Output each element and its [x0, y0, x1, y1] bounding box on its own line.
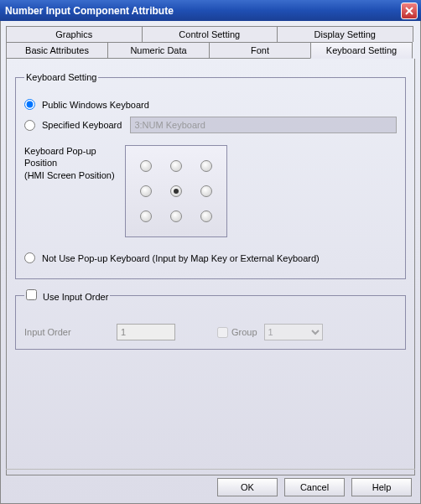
input-order-row: Input Order Group 1	[24, 324, 397, 340]
tab-row-1: Graphics Control Setting Display Setting	[6, 26, 415, 42]
radio-row-public: Public Windows Keyboard	[24, 99, 397, 110]
tab-graphics[interactable]: Graphics	[6, 26, 143, 42]
input-order-legend: Use Input Order	[24, 289, 110, 302]
popup-pos-8[interactable]	[200, 210, 212, 222]
titlebar: Number Input Component Attribute	[0, 0, 421, 21]
radio-specified-label: Specified Keyboard	[42, 120, 122, 130]
radio-public-windows[interactable]	[24, 99, 35, 110]
tab-font[interactable]: Font	[209, 42, 311, 59]
separator	[6, 469, 415, 470]
cancel-button[interactable]: Cancel	[284, 478, 345, 496]
radio-not-use-popup[interactable]	[24, 252, 35, 263]
close-button[interactable]	[401, 3, 418, 19]
radio-specified[interactable]	[24, 120, 35, 131]
group-check-wrap: Group	[217, 327, 257, 338]
popup-pos-6[interactable]	[140, 210, 152, 222]
help-button[interactable]: Help	[351, 478, 412, 496]
radio-public-windows-label: Public Windows Keyboard	[42, 100, 149, 110]
ok-button[interactable]: OK	[217, 478, 278, 496]
popup-pos-2[interactable]	[200, 160, 212, 172]
group-checkbox[interactable]	[217, 327, 228, 338]
radio-not-use-popup-label: Not Use Pop-up Keyboard (Input by Map Ke…	[42, 253, 320, 263]
popup-pos-0[interactable]	[140, 160, 152, 172]
input-order-group: Use Input Order Input Order Group 1	[15, 289, 406, 350]
popup-position-label: Keyboard Pop-up Position (HMI Screen Pos…	[24, 145, 125, 181]
button-bar: OK Cancel Help	[217, 478, 412, 496]
tab-basic-attributes[interactable]: Basic Attributes	[6, 42, 108, 59]
radio-row-specified: Specified Keyboard 3:NUM Keyboard	[24, 117, 397, 133]
popup-pos-4[interactable]	[170, 185, 182, 197]
radio-row-notuse: Not Use Pop-up Keyboard (Input by Map Ke…	[24, 252, 397, 263]
tab-container: Graphics Control Setting Display Setting…	[1, 21, 420, 59]
tab-display-setting[interactable]: Display Setting	[277, 26, 413, 42]
tab-row-2: Basic Attributes Numeric Data Font Keybo…	[6, 42, 415, 59]
popup-pos-7[interactable]	[170, 210, 182, 222]
keyboard-setting-legend: Keyboard Setting	[24, 72, 98, 82]
use-input-order-checkbox[interactable]	[26, 289, 37, 300]
popup-position-row: Keyboard Pop-up Position (HMI Screen Pos…	[24, 145, 397, 237]
tab-control-setting[interactable]: Control Setting	[142, 26, 278, 42]
specified-keyboard-select[interactable]: 3:NUM Keyboard	[130, 117, 397, 133]
popup-pos-3[interactable]	[140, 185, 152, 197]
popup-pos-1[interactable]	[170, 160, 182, 172]
keyboard-setting-group: Keyboard Setting Public Windows Keyboard…	[15, 72, 406, 279]
input-order-label: Input Order	[24, 327, 117, 337]
group-select[interactable]: 1	[264, 324, 323, 340]
use-input-order-label: Use Input Order	[43, 292, 108, 302]
group-label: Group	[231, 327, 257, 337]
tab-keyboard-setting[interactable]: Keyboard Setting	[310, 42, 413, 59]
tab-panel-keyboard: Keyboard Setting Public Windows Keyboard…	[6, 59, 415, 475]
popup-position-grid	[125, 145, 227, 237]
dialog-body: Graphics Control Setting Display Setting…	[0, 21, 421, 504]
tab-numeric-data[interactable]: Numeric Data	[107, 42, 210, 59]
window-title: Number Input Component Attribute	[5, 5, 401, 17]
input-order-field[interactable]	[117, 324, 175, 340]
close-icon	[405, 7, 413, 15]
popup-pos-5[interactable]	[200, 185, 212, 197]
